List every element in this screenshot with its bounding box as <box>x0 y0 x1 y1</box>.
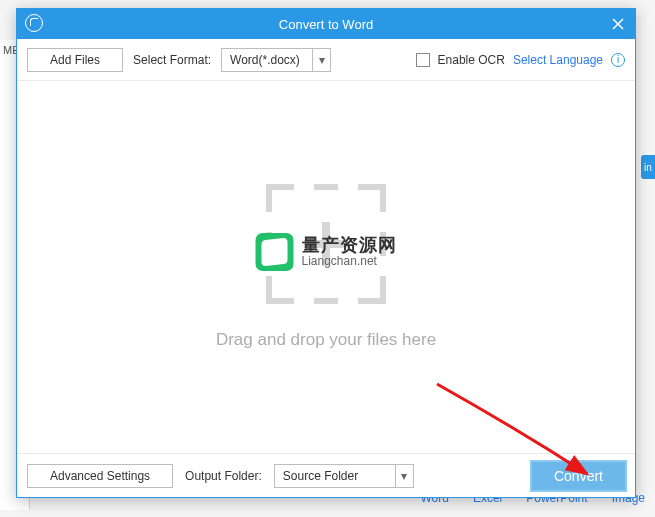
convert-button[interactable]: Convert <box>532 462 625 490</box>
app-logo-icon <box>25 14 43 32</box>
select-language-link[interactable]: Select Language <box>513 53 603 67</box>
drop-placeholder-icon <box>266 184 386 304</box>
drop-hint-text: Drag and drop your files here <box>216 330 436 350</box>
select-format-dropdown[interactable]: Word(*.docx) ▾ <box>221 48 331 72</box>
close-icon <box>612 18 624 30</box>
add-files-button[interactable]: Add Files <box>27 48 123 72</box>
drop-area[interactable]: 量产资源网 Liangchan.net Drag and drop your f… <box>17 81 635 453</box>
convert-dialog: Convert to Word Add Files Select Format:… <box>16 8 636 498</box>
chevron-down-icon[interactable]: ▾ <box>395 465 413 487</box>
enable-ocr-checkbox[interactable] <box>416 53 430 67</box>
select-format-value: Word(*.docx) <box>222 49 312 71</box>
select-format-label: Select Format: <box>133 53 211 67</box>
close-button[interactable] <box>601 9 635 39</box>
background-right-ribbon: in <box>641 155 655 179</box>
info-icon[interactable]: i <box>611 53 625 67</box>
output-folder-value: Source Folder <box>275 465 395 487</box>
enable-ocr-label: Enable OCR <box>438 53 505 67</box>
dialog-title: Convert to Word <box>279 17 373 32</box>
advanced-settings-button[interactable]: Advanced Settings <box>27 464 173 488</box>
output-folder-dropdown[interactable]: Source Folder ▾ <box>274 464 414 488</box>
toolbar: Add Files Select Format: Word(*.docx) ▾ … <box>17 39 635 81</box>
footer: Advanced Settings Output Folder: Source … <box>17 453 635 497</box>
output-folder-label: Output Folder: <box>185 469 262 483</box>
chevron-down-icon[interactable]: ▾ <box>312 49 330 71</box>
titlebar: Convert to Word <box>17 9 635 39</box>
